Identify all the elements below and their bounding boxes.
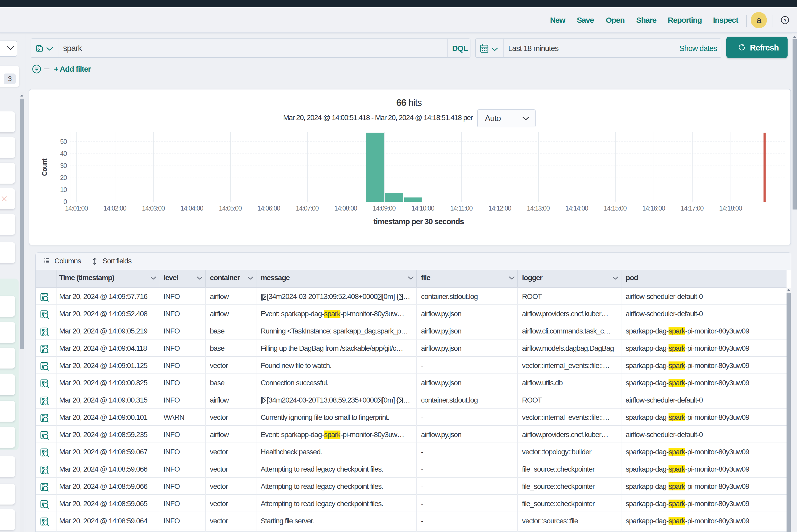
svg-text:?: ? xyxy=(784,18,786,23)
